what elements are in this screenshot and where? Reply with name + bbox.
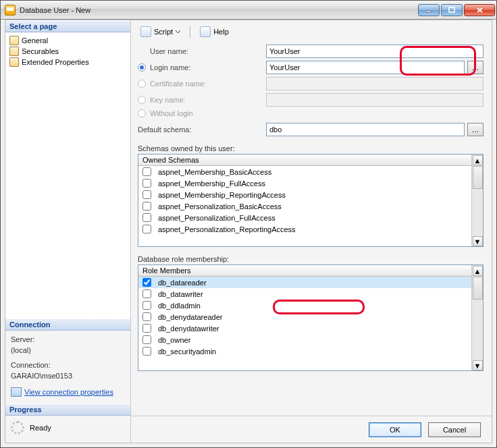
dialog-buttons: OK Cancel [131,416,492,443]
minimize-button[interactable] [418,4,440,16]
owned-schemas-list[interactable]: Owned Schemas aspnet_Membership_BasicAcc… [138,154,483,247]
without-login-label: Without login [150,109,193,117]
titlebar[interactable]: Database User - New [1,1,496,20]
role-row-label: db_datareader [158,279,207,287]
browse-login-button[interactable]: … [467,61,483,74]
scroll-thumb[interactable] [473,166,483,189]
certificate-name-radio [138,80,146,88]
sidebar-item-securables[interactable]: Securables [8,46,128,57]
certificate-name-input [266,77,483,90]
role-row-checkbox[interactable] [142,289,151,298]
role-row[interactable]: db_owner [138,334,471,345]
schema-row[interactable]: aspnet_Membership_FullAccess [138,177,471,189]
scroll-thumb[interactable] [473,277,483,300]
schema-row-label: aspnet_Membership_BasicAccess [158,168,271,176]
sidebar-item-label: Securables [22,47,59,55]
schema-row-checkbox[interactable] [142,190,151,199]
user-name-input[interactable] [266,45,483,58]
schema-row-label: aspnet_Membership_FullAccess [158,179,265,188]
maximize-button[interactable] [441,4,463,16]
role-row[interactable]: db_datawriter [138,288,471,300]
server-value: (local) [11,345,125,356]
chevron-down-icon [176,30,180,34]
link-icon [11,387,22,397]
progress-status: Ready [30,424,51,432]
schema-row[interactable]: aspnet_Membership_BasicAccess [138,166,471,177]
role-row-checkbox[interactable] [142,312,151,321]
role-row-checkbox[interactable] [142,347,151,356]
page-icon [9,36,19,45]
help-button[interactable]: Help [197,26,232,38]
schema-row-label: aspnet_Membership_ReportingAccess [158,191,286,199]
app-icon [5,5,16,16]
progress-header: Progress [5,403,130,416]
schema-row-checkbox[interactable] [142,179,151,188]
schema-row[interactable]: aspnet_Personalization_FullAccess [138,212,471,223]
role-row[interactable]: db_datareader [138,277,471,288]
role-row[interactable]: db_securityadmin [138,345,471,357]
key-name-input [266,93,483,107]
role-row-checkbox[interactable] [142,301,151,310]
scroll-down-icon[interactable]: ▼ [473,360,483,370]
schema-row[interactable]: aspnet_Membership_ReportingAccess [138,189,471,200]
window-title: Database User - New [20,6,417,14]
progress-spinner-icon [11,421,24,435]
scrollbar[interactable]: ▲ ▼ [471,265,483,370]
login-name-input[interactable] [266,61,465,74]
schema-row-checkbox[interactable] [142,213,151,222]
sidebar-item-label: Extended Properties [22,58,89,66]
svg-rect-0 [426,11,431,12]
certificate-name-label: Certificate name: [150,80,206,88]
script-button[interactable]: Script [138,26,183,38]
roles-label: Database role membership: [138,255,483,263]
schema-row[interactable]: aspnet_Personalization_BasicAccess [138,200,471,212]
schema-row-checkbox[interactable] [142,167,151,176]
schema-row-label: aspnet_Personalization_ReportingAccess [158,225,296,233]
owned-schemas-header: Owned Schemas [138,155,471,166]
scroll-up-icon[interactable]: ▲ [473,155,483,165]
sidebar-item-extended-properties[interactable]: Extended Properties [8,57,128,67]
sidebar-item-general[interactable]: General [8,35,128,46]
role-row[interactable]: db_denydatawriter [138,323,471,334]
role-row-label: db_owner [158,336,190,344]
server-label: Server: [11,335,125,345]
role-row-label: db_securityadmin [158,347,216,356]
scroll-up-icon[interactable]: ▲ [473,266,483,276]
main-panel: Script Help User name: Login name: [131,20,492,443]
connection-value: GARAIO\mse0153 [11,371,125,382]
connection-info: Server: (local) Connection: GARAIO\mse01… [5,331,130,403]
ok-button[interactable]: OK [369,422,421,437]
svg-rect-1 [449,7,454,12]
connection-header: Connection [5,318,130,331]
default-schema-label: Default schema: [138,125,266,134]
sidebar: Select a page General Securables Extende… [5,20,131,443]
scroll-down-icon[interactable]: ▼ [473,236,483,246]
scrollbar[interactable]: ▲ ▼ [471,155,483,246]
role-row-label: db_datawriter [158,290,203,298]
without-login-radio [138,109,146,117]
view-connection-properties-link[interactable]: View connection properties [24,387,113,398]
schema-row[interactable]: aspnet_Personalization_ReportingAccess [138,223,471,235]
page-icon [9,57,19,67]
schema-row-checkbox[interactable] [142,202,151,211]
dialog-window: Database User - New Select a page Genera… [0,0,497,448]
role-row[interactable]: db_ddladmin [138,300,471,311]
role-row-checkbox[interactable] [142,278,151,287]
cancel-button[interactable]: Cancel [428,422,481,437]
toolbar-separator [190,26,190,38]
browse-schema-button[interactable]: … [467,123,483,136]
role-row-checkbox[interactable] [142,335,151,344]
close-button[interactable] [464,4,495,16]
role-members-list[interactable]: Role Members db_datareaderdb_datawriterd… [138,264,483,371]
schema-row-label: aspnet_Personalization_FullAccess [158,214,276,222]
role-members-header: Role Members [138,265,471,277]
key-name-radio [138,96,146,104]
login-name-label: Login name: [150,63,191,72]
role-row-label: db_denydatareader [158,313,222,321]
login-name-radio[interactable] [138,63,146,72]
default-schema-input[interactable] [266,123,465,136]
page-icon [9,47,19,56]
schema-row-checkbox[interactable] [142,225,151,233]
role-row[interactable]: db_denydatareader [138,311,471,323]
role-row-checkbox[interactable] [142,324,151,333]
